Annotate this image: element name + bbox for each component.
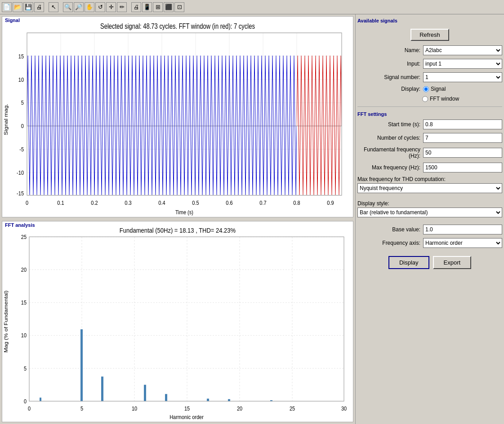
- svg-text:0.6: 0.6: [226, 200, 232, 207]
- fig-button[interactable]: 📱: [142, 2, 152, 12]
- svg-text:15: 15: [184, 405, 190, 412]
- display-label-row: Display: Signal: [357, 86, 502, 92]
- grid-button[interactable]: ⊞: [153, 2, 163, 12]
- bar-7: [101, 376, 103, 401]
- arrow-button[interactable]: ↖: [49, 2, 58, 12]
- svg-text:0: 0: [28, 405, 31, 412]
- svg-text:5: 5: [24, 365, 27, 372]
- right-panel: Available signals Refresh Name: A2labc I…: [356, 14, 504, 424]
- fft-panel: FFT analysis Fundamental (50Hz) = 18.13 …: [2, 221, 353, 422]
- bar-11: [144, 385, 146, 402]
- fund-freq-input[interactable]: 50: [423, 148, 502, 158]
- rotate-button[interactable]: ↺: [95, 2, 105, 12]
- svg-text:10: 10: [132, 405, 138, 412]
- max-freq-label: Max frequency (Hz):: [357, 164, 420, 171]
- new-button[interactable]: 📄: [2, 2, 12, 12]
- svg-text:0.7: 0.7: [259, 200, 266, 207]
- display-fft-label: FFT window: [422, 96, 459, 102]
- svg-text:Time (s): Time (s): [175, 209, 193, 216]
- left-panel: Signal Selected signal: 48.73 cycles. FF…: [0, 14, 356, 424]
- signal-chart-title: Selected signal: 48.73 cycles. FFT windo…: [100, 22, 255, 30]
- num-cycles-input[interactable]: 7: [423, 133, 502, 143]
- svg-text:25: 25: [290, 405, 295, 412]
- display-label: Display:: [357, 86, 420, 92]
- svg-text:0.4: 0.4: [158, 200, 165, 207]
- divider-1: [357, 106, 502, 107]
- svg-text:0: 0: [21, 123, 24, 129]
- input-row: Input: input 1: [357, 59, 502, 69]
- svg-text:0.2: 0.2: [91, 200, 98, 207]
- svg-text:30: 30: [341, 405, 347, 412]
- svg-text:-15: -15: [17, 190, 24, 197]
- svg-text:5: 5: [80, 405, 84, 412]
- base-value-row: Base value: 1.0: [357, 225, 502, 234]
- signal-chart: Selected signal: 48.73 cycles. FFT windo…: [2, 17, 353, 217]
- base-value-input[interactable]: 1.0: [423, 225, 502, 234]
- start-time-label: Start time (s):: [357, 121, 420, 128]
- input-select[interactable]: input 1: [423, 59, 502, 69]
- num-cycles-row: Number of cycles: 7: [357, 133, 502, 143]
- pan-button[interactable]: ✋: [85, 2, 94, 12]
- svg-text:5: 5: [21, 100, 24, 106]
- display-signal-radio[interactable]: [423, 86, 429, 92]
- svg-text:-10: -10: [17, 169, 24, 176]
- name-row: Name: A2labc: [357, 45, 502, 55]
- data-cursor-button[interactable]: ✛: [106, 2, 116, 12]
- signal-panel-title: Signal: [5, 18, 20, 23]
- max-freq-thd-label: Max frequency for THD computation:: [357, 176, 502, 182]
- display-signal-text: Signal: [431, 86, 446, 92]
- main-layout: Signal Selected signal: 48.73 cycles. FF…: [0, 14, 504, 424]
- open-button[interactable]: 📂: [13, 2, 22, 12]
- svg-text:0.3: 0.3: [125, 200, 131, 207]
- zoom-out-button[interactable]: 🔎: [74, 2, 84, 12]
- refresh-button[interactable]: Refresh: [410, 29, 449, 41]
- display-style-select[interactable]: Bar (relative to fundamental): [357, 208, 502, 217]
- export-button[interactable]: Export: [433, 256, 472, 269]
- layout-button[interactable]: ⊡: [174, 2, 184, 12]
- display-fft-row: FFT window: [422, 96, 502, 102]
- freq-axis-label: Frequency axis:: [357, 240, 420, 246]
- num-cycles-label: Number of cycles:: [357, 135, 420, 141]
- name-label: Name:: [357, 47, 420, 53]
- signal-number-select[interactable]: 1: [423, 72, 502, 82]
- brush-button[interactable]: ✏: [117, 2, 127, 12]
- svg-text:Mag (% of Fundamental): Mag (% of Fundamental): [3, 291, 9, 353]
- signal-number-row: Signal number: 1: [357, 72, 502, 82]
- svg-rect-0: [27, 33, 342, 195]
- toolbar: 📄 📂 💾 🖨 ↖ 🔍 🔎 ✋ ↺ ✛ ✏ 🖨 📱 ⊞ ⬛ ⊡: [0, 0, 504, 14]
- print2-button[interactable]: 🖨: [131, 2, 141, 12]
- start-time-input[interactable]: 0.8: [423, 119, 502, 129]
- svg-text:0: 0: [24, 398, 27, 405]
- bar-13: [165, 394, 167, 401]
- zoom-in-button[interactable]: 🔍: [63, 2, 73, 12]
- print-button[interactable]: 🖨: [34, 2, 44, 12]
- save-button[interactable]: 💾: [23, 2, 33, 12]
- svg-text:0.8: 0.8: [293, 200, 300, 207]
- svg-text:Signal mag.: Signal mag.: [3, 104, 9, 135]
- display-fft-text: FFT window: [430, 96, 459, 102]
- fund-freq-label: Fundamental frequency (Hz):: [357, 146, 420, 159]
- svg-text:20: 20: [237, 405, 243, 412]
- max-freq-thd-select[interactable]: Nyquist frequency: [357, 183, 502, 193]
- max-freq-thd-row: Max frequency for THD computation: Nyqui…: [357, 176, 502, 197]
- signal-panel: Signal Selected signal: 48.73 cycles. FF…: [2, 16, 353, 217]
- bar-5: [80, 329, 83, 401]
- input-label: Input:: [357, 61, 420, 67]
- bar-1: [40, 398, 41, 401]
- black-button[interactable]: ⬛: [164, 2, 174, 12]
- svg-rect-38: [29, 237, 344, 401]
- svg-text:Fundamental (50Hz) = 18.13 , T: Fundamental (50Hz) = 18.13 , THD= 24.23%: [120, 226, 236, 234]
- svg-text:10: 10: [18, 76, 24, 83]
- display-style-row: Display style: Bar (relative to fundamen…: [357, 200, 502, 221]
- bar-17: [207, 399, 209, 402]
- signal-number-label: Signal number:: [357, 74, 420, 80]
- max-freq-input[interactable]: 1500: [423, 163, 502, 172]
- display-style-label: Display style:: [357, 200, 502, 207]
- display-fft-radio[interactable]: [422, 96, 428, 102]
- start-time-row: Start time (s): 0.8: [357, 119, 502, 129]
- freq-axis-select[interactable]: Harmonic order: [423, 238, 502, 248]
- name-select[interactable]: A2labc: [423, 45, 502, 55]
- fft-chart: Fundamental (50Hz) = 18.13 , THD= 24.23%…: [2, 221, 353, 422]
- display-button[interactable]: Display: [388, 256, 429, 269]
- svg-text:-5: -5: [19, 146, 24, 153]
